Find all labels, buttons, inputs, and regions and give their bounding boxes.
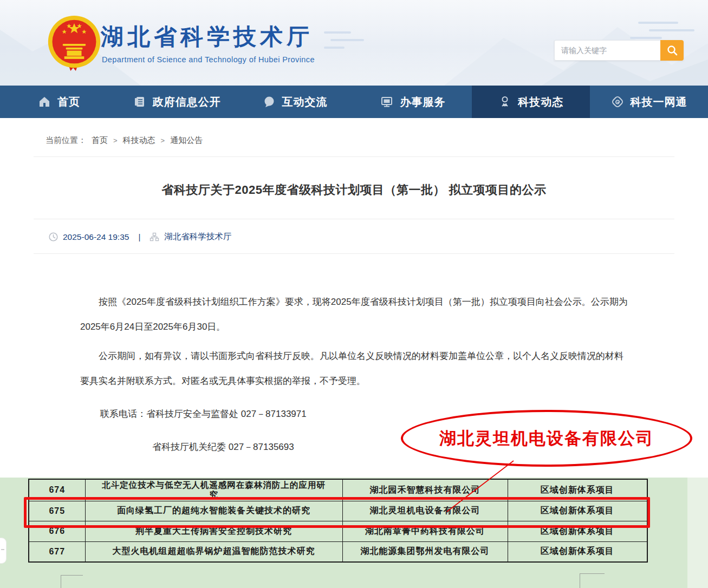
divider [34,253,674,254]
cell-project-type: 区域创新体系项目 [508,541,647,562]
article-body: 按照《2025年度省级科技计划组织工作方案》要求，现将2025年度省级科技计划项… [80,290,632,394]
nav-item-interaction[interactable]: 互动交流 [236,86,354,118]
chat-icon [263,95,276,108]
paragraph: 公示期间，如有异议，请以书面形式向省科技厅反映。凡以单位名义反映情况的材料要加盖… [80,344,632,394]
crop-corner-mark-right [580,573,605,588]
nav-item-sci-tech-news[interactable]: 科技动态 [472,86,590,118]
cell-project-number: 676 [29,521,85,541]
project-table: 674 北斗定位技术与低空无人机遥感网在森林消防上的应用研究 湖北园禾智慧科技有… [28,479,648,563]
article-meta: 2025-06-24 19:35 | 湖北省科学技术厅 [49,231,673,243]
cell-company: 湖北能源集团鄂州发电有限公司 [342,541,508,562]
annotated-company-name: 湖北灵坦机电设备有限公司 [439,427,654,450]
divider [34,219,674,219]
main-nav: 首页 政府信息公开 互动交流 [0,86,708,118]
nav-item-label: 首页 [57,95,80,109]
cell-project-title: 北斗定位技术与低空无人机遥感网在森林消防上的应用研究 [85,479,342,501]
national-emblem-logo[interactable] [46,14,103,73]
cell-company: 湖北灵坦机电设备有限公司 [342,501,508,521]
cell-project-type: 区域创新体系项目 [508,521,647,541]
cell-company: 湖北南章菁中药科技有限公司 [342,521,508,541]
breadcrumb-item-news[interactable]: 科技动态 [123,135,155,146]
nav-item-label: 政府信息公开 [153,95,221,109]
cell-project-type: 区域创新体系项目 [508,501,647,521]
person-badge-icon [498,95,511,108]
search-icon [666,44,678,56]
company-annotation-ellipse: 湖北灵坦机电设备有限公司 [401,410,692,467]
crop-corner-mark-left [61,575,83,588]
cell-project-number: 677 [29,541,85,562]
breadcrumb-label: 当前位置： [46,135,86,146]
article-title: 省科技厅关于2025年度省级科技计划项目（第一批） 拟立项项目的公示 [35,182,673,198]
site-title: 湖北省科学技术厅 [101,22,313,52]
cell-project-title: 面向绿氢工厂的超纯水智能装备关键技术的研究 [85,501,342,521]
network-swirl-icon [611,95,624,108]
side-floating-widget[interactable] [0,538,7,564]
search-input[interactable] [554,40,660,61]
page: 湖北省科学技术厅 Department of Science and Techn… [0,0,708,588]
cell-project-type: 区域创新体系项目 [508,479,647,501]
cell-project-title: 荆半夏重大土传病害安全控制技术研究 [85,521,342,541]
meta-separator: | [138,232,140,241]
breadcrumb-separator: > [161,136,165,145]
breadcrumb: 当前位置： 首页 > 科技动态 > 通知公告 [0,118,708,146]
nav-item-one-network[interactable]: 科技一网通 [590,86,708,118]
table-row: 674 北斗定位技术与低空无人机遥感网在森林消防上的应用研究 湖北园禾智慧科技有… [29,479,647,501]
clock-icon [49,232,58,241]
cell-company: 湖北园禾智慧科技有限公司 [342,479,508,501]
nav-item-label: 科技一网通 [631,95,687,109]
monitor-icon [380,95,393,108]
site-banner: 湖北省科学技术厅 Department of Science and Techn… [0,0,708,86]
site-subtitle: Department of Science and Technology of … [102,55,315,64]
breadcrumb-item-notices[interactable]: 通知公告 [170,135,203,146]
cell-project-title: 大型火电机组超超临界锅炉超温智能防范技术研究 [85,541,342,562]
cell-project-number: 674 [29,479,85,501]
table-row: 676 荆半夏重大土传病害安全控制技术研究 湖北南章菁中药科技有限公司 区域创新… [29,521,647,541]
right-light-strip [687,478,708,588]
breadcrumb-item-home[interactable]: 首页 [92,135,108,146]
nav-item-gov-info[interactable]: 政府信息公开 [118,86,236,118]
article-source: 湖北省科学技术厅 [164,231,231,243]
home-icon [38,95,51,108]
search-bar [554,40,684,61]
publish-date: 2025-06-24 19:35 [63,232,129,242]
nav-item-label: 办事服务 [400,95,445,109]
nav-item-services[interactable]: 办事服务 [354,86,472,118]
divider [34,156,674,157]
table-screenshot-region: 674 北斗定位技术与低空无人机遥感网在森林消防上的应用研究 湖北园禾智慧科技有… [0,478,708,588]
source-sitemap-icon [150,232,159,241]
breadcrumb-separator: > [113,136,118,145]
cell-project-number: 675 [29,501,85,521]
paragraph: 按照《2025年度省级科技计划组织工作方案》要求，现将2025年度省级科技计划项… [80,290,632,339]
document-icon [133,95,146,108]
nav-item-label: 互动交流 [282,95,328,109]
search-button[interactable] [660,40,684,61]
table-row-highlighted: 675 面向绿氢工厂的超纯水智能装备关键技术的研究 湖北灵坦机电设备有限公司 区… [29,501,647,521]
nav-item-label: 科技动态 [518,95,563,109]
nav-item-home[interactable]: 首页 [0,86,118,118]
table-row: 677 大型火电机组超超临界锅炉超温智能防范技术研究 湖北能源集团鄂州发电有限公… [29,541,647,562]
